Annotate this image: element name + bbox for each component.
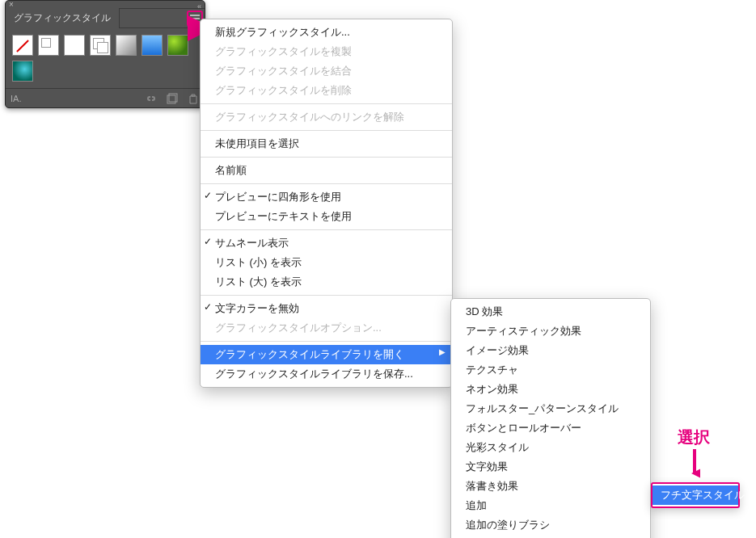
panel-tab-graphicstyles[interactable]: グラフィックスタイル — [6, 8, 120, 28]
menu-item: グラフィックスタイルを削除 — [201, 81, 452, 100]
submenu-item[interactable]: フォルスター_パターンスタイル — [451, 399, 650, 418]
panel-flyout-menu: 新規グラフィックスタイル...グラフィックスタイルを複製グラフィックスタイルを結… — [200, 19, 453, 388]
menu-item[interactable]: グラフィックスタイルライブラリを保存... — [201, 364, 452, 384]
chain-break-icon[interactable] — [145, 92, 158, 105]
menu-separator — [201, 103, 452, 104]
menu-item[interactable]: プレビューにテキストを使用 — [201, 207, 452, 226]
style-thumb-5[interactable] — [141, 35, 163, 56]
style-thumb-2[interactable] — [64, 35, 85, 56]
menu-item[interactable]: リスト (大) を表示 — [201, 272, 452, 292]
menu-item[interactable]: サムネール表示 — [201, 233, 452, 253]
style-thumb-7[interactable] — [12, 61, 33, 82]
submenu-item[interactable]: アーティスティック効果 — [451, 322, 650, 341]
menu-item: グラフィックスタイルオプション... — [201, 318, 452, 338]
menu-item: グラフィックスタイルへのリンクを解除 — [201, 107, 452, 127]
style-thumb-0[interactable] — [12, 35, 33, 56]
submenu-item[interactable]: イメージ効果 — [451, 341, 650, 360]
panel-tabbar: グラフィックスタイル — [6, 9, 205, 28]
menu-item: グラフィックスタイルを結合 — [201, 61, 452, 81]
submenu-item[interactable]: 光彩スタイル — [451, 438, 650, 457]
style-thumb-1[interactable] — [38, 35, 59, 56]
menu-item[interactable]: プレビューに四角形を使用 — [201, 187, 452, 207]
menu-item[interactable]: 名前順 — [201, 161, 452, 180]
menu-item: グラフィックスタイルを複製 — [201, 42, 452, 61]
style-thumb-3[interactable] — [90, 35, 111, 56]
submenu-item[interactable]: 追加の塗りブラシ — [451, 515, 650, 535]
submenu-item[interactable]: ネオン効果 — [451, 380, 650, 399]
graphic-styles-panel: × « グラフィックスタイル IA. — [5, 0, 205, 108]
submenu-item[interactable]: 追加 — [451, 496, 650, 515]
panel-body — [6, 28, 205, 88]
library-submenu: 3D 効果アーティスティック効果イメージ効果テクスチャネオン効果フォルスター_パ… — [450, 298, 651, 538]
footer-label: IA. — [11, 94, 21, 103]
tertiary-item-selected[interactable]: フチ文字スタイル — [653, 485, 738, 505]
annotation-arrow-select — [689, 448, 700, 480]
submenu-item[interactable]: ボタンとロールオーバー — [451, 418, 650, 438]
new-style-icon[interactable] — [166, 92, 179, 105]
submenu-item[interactable]: テクスチャ — [451, 360, 650, 380]
annotation-select-label: 選択 — [678, 427, 710, 448]
menu-separator — [201, 183, 452, 184]
menu-separator — [201, 229, 452, 230]
submenu-item[interactable]: 文字効果 — [451, 457, 650, 477]
trash-icon[interactable] — [187, 92, 200, 105]
menu-item[interactable]: 未使用項目を選択 — [201, 134, 452, 153]
submenu-item[interactable]: 落書き効果 — [451, 477, 650, 496]
menu-separator — [201, 157, 452, 158]
style-thumb-4[interactable] — [116, 35, 137, 56]
panel-footer: IA. — [6, 88, 205, 107]
menu-item[interactable]: リスト (小) を表示 — [201, 253, 452, 272]
menu-item[interactable]: グラフィックスタイルライブラリを開く — [201, 345, 452, 364]
style-thumb-6[interactable] — [167, 35, 188, 56]
submenu-item[interactable]: 3D 効果 — [451, 302, 650, 322]
menu-separator — [201, 341, 452, 342]
menu-separator — [201, 295, 452, 296]
user-defined-submenu: フチ文字スタイル — [651, 482, 740, 508]
menu-item[interactable]: 文字カラーを無効 — [201, 299, 452, 318]
menu-separator — [201, 130, 452, 131]
menu-item[interactable]: 新規グラフィックスタイル... — [201, 23, 452, 42]
